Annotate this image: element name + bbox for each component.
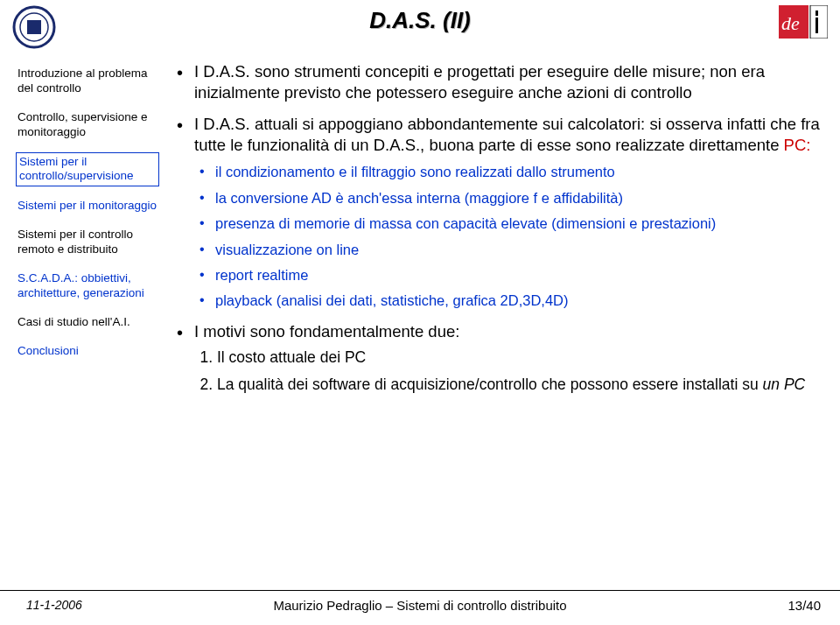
sidebar-item-conclusioni: Conclusioni bbox=[16, 342, 159, 361]
sidebar-outline: Introduzione al problema del controllo C… bbox=[0, 61, 166, 586]
sub-4: visualizzazione on line bbox=[194, 241, 824, 259]
bullet-3-text: I motivi sono fondamentalmente due: bbox=[194, 322, 459, 341]
slide-body: Introduzione al problema del controllo C… bbox=[0, 61, 840, 586]
sub-5: report realtime bbox=[194, 266, 824, 284]
num-1: Il costo attuale dei PC bbox=[217, 348, 824, 368]
sidebar-item-intro: Introduzione al problema del controllo bbox=[16, 65, 159, 98]
sub-6: playback (analisi dei dati, statistiche,… bbox=[194, 291, 824, 310]
sidebar-item-sistemi-controllo-supervisione: Sistemi per il controllo/supervisione bbox=[16, 152, 159, 187]
sidebar-item-casi-studio: Casi di studio nell'A.I. bbox=[16, 313, 159, 332]
sub-3: presenza di memorie di massa con capacit… bbox=[194, 214, 824, 233]
sidebar-item-controllo: Controllo, supervisione e monitoraggio bbox=[16, 109, 159, 142]
bullet-2-text: I D.A.S. attuali si appoggiano abbondant… bbox=[194, 115, 820, 154]
bullet-3: I motivi sono fondamentalmente due: Il c… bbox=[173, 321, 824, 395]
slide-content: I D.A.S. sono strumenti concepiti e prog… bbox=[166, 61, 840, 586]
num-2-text: La qualità dei software di acquisizione/… bbox=[217, 376, 763, 393]
bullet-2-pc: PC: bbox=[784, 136, 811, 154]
logo-dei-icon: de bbox=[779, 5, 828, 39]
slide-title: D.A.S. (II) bbox=[0, 7, 840, 34]
header: D.A.S. (II) de bbox=[0, 0, 840, 53]
sub-2: la conversione AD è anch'essa interna (m… bbox=[194, 189, 824, 207]
sub-1: il condizionamento e il filtraggio sono … bbox=[194, 163, 824, 181]
sidebar-item-sistemi-monitoraggio: Sistemi per il monitoraggio bbox=[16, 197, 159, 215]
svg-rect-5 bbox=[810, 5, 828, 39]
footer-page-number: 13/40 bbox=[788, 598, 821, 613]
footer: 11-1-2006 Maurizio Pedraglio – Sistemi d… bbox=[0, 590, 840, 625]
num-2: La qualità dei software di acquisizione/… bbox=[217, 375, 824, 395]
footer-author: Maurizio Pedraglio – Sistemi di controll… bbox=[0, 598, 840, 613]
bullet-1-text: I D.A.S. sono strumenti concepiti e prog… bbox=[194, 62, 765, 102]
bullet-2: I D.A.S. attuali si appoggiano abbondant… bbox=[173, 114, 824, 311]
svg-rect-6 bbox=[816, 11, 818, 16]
svg-rect-7 bbox=[816, 18, 818, 33]
bullet-1: I D.A.S. sono strumenti concepiti e prog… bbox=[173, 61, 824, 103]
svg-text:de: de bbox=[781, 12, 800, 34]
sidebar-item-sistemi-remoto: Sistemi per il controllo remoto e distri… bbox=[16, 226, 159, 259]
num-2-it: un PC bbox=[763, 376, 806, 393]
slide: D.A.S. (II) de Introduzione al problema … bbox=[0, 0, 840, 625]
sidebar-item-scada: S.C.A.D.A.: obbiettivi, architetture, ge… bbox=[16, 270, 159, 303]
